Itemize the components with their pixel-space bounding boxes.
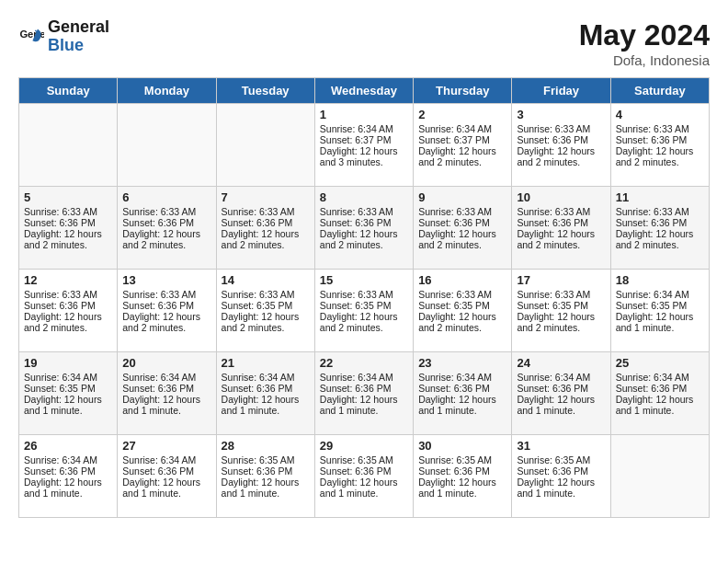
location: Dofa, Indonesia [579, 52, 710, 68]
day-number: 9 [418, 190, 506, 204]
day-info-line: and 1 minute. [616, 322, 704, 333]
calendar-cell: 17Sunrise: 6:33 AMSunset: 6:35 PMDayligh… [512, 270, 610, 352]
day-number: 26 [24, 439, 112, 453]
day-info-line: and 2 minutes. [122, 322, 210, 333]
day-info-line: and 2 minutes. [320, 239, 408, 250]
day-info-line: Sunrise: 6:33 AM [24, 289, 112, 300]
calendar-cell: 23Sunrise: 6:34 AMSunset: 6:36 PMDayligh… [414, 352, 512, 435]
calendar-cell: 22Sunrise: 6:34 AMSunset: 6:36 PMDayligh… [314, 352, 413, 435]
day-info-line: and 2 minutes. [222, 322, 310, 333]
calendar-cell: 14Sunrise: 6:33 AMSunset: 6:35 PMDayligh… [216, 270, 314, 352]
day-info-line: and 2 minutes. [616, 239, 704, 250]
day-info-line: Daylight: 12 hours [517, 394, 605, 405]
day-info-line: Sunset: 6:36 PM [122, 465, 210, 477]
day-info-line: Sunrise: 6:33 AM [222, 289, 310, 300]
calendar-cell [216, 104, 314, 187]
day-info-line: Sunset: 6:36 PM [222, 465, 310, 477]
day-info-line: Sunrise: 6:33 AM [24, 206, 112, 217]
day-info-line: Daylight: 12 hours [222, 477, 310, 488]
calendar-cell: 16Sunrise: 6:33 AMSunset: 6:35 PMDayligh… [414, 270, 512, 352]
day-info-line: Sunset: 6:36 PM [320, 465, 408, 477]
day-info-line: Sunset: 6:35 PM [517, 300, 605, 311]
day-info-line: and 2 minutes. [222, 239, 310, 250]
day-info-line: Sunrise: 6:33 AM [517, 123, 605, 134]
logo-icon: General [18, 24, 44, 50]
day-number: 28 [222, 439, 310, 453]
day-info-line: Daylight: 12 hours [418, 394, 506, 405]
day-info-line: Daylight: 12 hours [517, 477, 605, 488]
day-info-line: Sunrise: 6:34 AM [320, 123, 408, 134]
calendar-cell: 12Sunrise: 6:33 AMSunset: 6:36 PMDayligh… [19, 270, 118, 352]
day-info-line: Daylight: 12 hours [320, 311, 408, 322]
day-info-line: Sunrise: 6:33 AM [320, 206, 408, 217]
day-info-line: Sunrise: 6:33 AM [517, 289, 605, 300]
day-number: 23 [418, 356, 506, 370]
day-info-line: and 1 minute. [320, 488, 408, 499]
day-number: 14 [222, 273, 310, 287]
day-info-line: Daylight: 12 hours [517, 145, 605, 156]
day-number: 4 [616, 108, 704, 121]
day-info-line: Sunset: 6:36 PM [418, 465, 506, 477]
day-info-line: Sunrise: 6:34 AM [122, 372, 210, 383]
day-info-line: Daylight: 12 hours [616, 311, 704, 322]
day-info-line: Sunrise: 6:35 AM [418, 454, 506, 465]
day-header-sunday: Sunday [19, 78, 118, 104]
day-number: 13 [122, 273, 210, 287]
calendar-week-3: 12Sunrise: 6:33 AMSunset: 6:36 PMDayligh… [19, 270, 710, 352]
day-info-line: Daylight: 12 hours [418, 228, 506, 239]
day-info-line: Sunrise: 6:34 AM [24, 372, 112, 383]
day-info-line: Sunrise: 6:33 AM [418, 206, 506, 217]
day-info-line: Sunrise: 6:34 AM [517, 372, 605, 383]
calendar-cell: 13Sunrise: 6:33 AMSunset: 6:36 PMDayligh… [118, 270, 216, 352]
day-info-line: and 1 minute. [517, 488, 605, 499]
calendar-cell: 11Sunrise: 6:33 AMSunset: 6:36 PMDayligh… [610, 187, 709, 270]
day-info-line: and 2 minutes. [418, 239, 506, 250]
day-number: 6 [122, 190, 210, 204]
day-info-line: Sunset: 6:36 PM [418, 383, 506, 394]
day-header-thursday: Thursday [414, 78, 512, 104]
calendar-cell: 19Sunrise: 6:34 AMSunset: 6:35 PMDayligh… [19, 352, 118, 435]
calendar-cell: 2Sunrise: 6:34 AMSunset: 6:37 PMDaylight… [414, 104, 512, 187]
day-info-line: and 2 minutes. [517, 156, 605, 167]
calendar-cell [118, 104, 216, 187]
day-number: 24 [517, 356, 605, 370]
page-header: General General Blue May 2024 Dofa, Indo… [18, 18, 710, 68]
day-info-line: Sunset: 6:36 PM [320, 383, 408, 394]
day-header-monday: Monday [118, 78, 216, 104]
calendar-cell [610, 435, 709, 518]
day-header-tuesday: Tuesday [216, 78, 314, 104]
day-info-line: and 2 minutes. [418, 156, 506, 167]
day-number: 20 [122, 356, 210, 370]
day-number: 17 [517, 273, 605, 287]
calendar-cell: 5Sunrise: 6:33 AMSunset: 6:36 PMDaylight… [19, 187, 118, 270]
calendar-cell: 26Sunrise: 6:34 AMSunset: 6:36 PMDayligh… [19, 435, 118, 518]
day-info-line: Daylight: 12 hours [320, 477, 408, 488]
day-info-line: and 2 minutes. [616, 156, 704, 167]
calendar-cell: 25Sunrise: 6:34 AMSunset: 6:36 PMDayligh… [610, 352, 709, 435]
day-info-line: Daylight: 12 hours [24, 477, 112, 488]
day-info-line: and 2 minutes. [418, 322, 506, 333]
day-info-line: Daylight: 12 hours [122, 394, 210, 405]
day-info-line: Sunset: 6:36 PM [24, 300, 112, 311]
day-info-line: Sunrise: 6:35 AM [320, 454, 408, 465]
day-info-line: Daylight: 12 hours [122, 228, 210, 239]
day-info-line: and 1 minute. [122, 405, 210, 416]
day-number: 8 [320, 190, 408, 204]
day-info-line: Sunset: 6:35 PM [222, 300, 310, 311]
calendar-cell: 1Sunrise: 6:34 AMSunset: 6:37 PMDaylight… [314, 104, 413, 187]
day-info-line: and 2 minutes. [320, 322, 408, 333]
calendar-cell: 31Sunrise: 6:35 AMSunset: 6:36 PMDayligh… [512, 435, 610, 518]
day-number: 21 [222, 356, 310, 370]
calendar-cell: 6Sunrise: 6:33 AMSunset: 6:36 PMDaylight… [118, 187, 216, 270]
day-info-line: Daylight: 12 hours [517, 228, 605, 239]
day-info-line: Sunrise: 6:35 AM [222, 454, 310, 465]
calendar-cell [19, 104, 118, 187]
day-info-line: Sunrise: 6:34 AM [418, 123, 506, 134]
day-number: 31 [517, 439, 605, 453]
day-info-line: and 1 minute. [616, 405, 704, 416]
day-info-line: Sunrise: 6:33 AM [122, 206, 210, 217]
day-info-line: and 1 minute. [418, 405, 506, 416]
day-number: 22 [320, 356, 408, 370]
day-info-line: and 1 minute. [222, 405, 310, 416]
calendar-cell: 3Sunrise: 6:33 AMSunset: 6:36 PMDaylight… [512, 104, 610, 187]
